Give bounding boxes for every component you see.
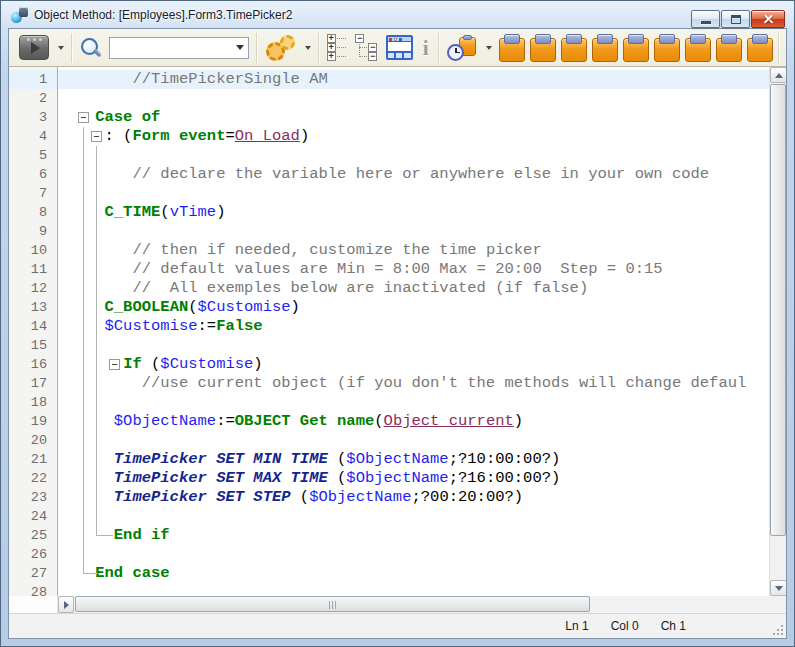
gears-dropdown-arrow-icon[interactable] bbox=[305, 46, 311, 50]
line-number: 14 bbox=[9, 317, 57, 336]
line-number: 7 bbox=[9, 184, 57, 203]
line-number: 8 bbox=[9, 203, 57, 222]
code-line[interactable] bbox=[58, 431, 769, 450]
line-number: 6 bbox=[9, 165, 57, 184]
code-line[interactable] bbox=[58, 507, 769, 526]
code-line-text: End if bbox=[58, 526, 170, 544]
code-line[interactable]: TimePicker SET MAX TIME ($ObjectName;?16… bbox=[58, 469, 769, 488]
search-combo-arrow-icon[interactable] bbox=[236, 45, 244, 50]
code-line[interactable]: TimePicker SET STEP ($ObjectName;?00:20:… bbox=[58, 488, 769, 507]
vertical-scroll-thumb[interactable] bbox=[770, 84, 786, 536]
code-view[interactable]: //TimePickerSingle AM Case of : (Form ev… bbox=[58, 67, 769, 596]
code-line[interactable]: // All exemples below are inactivated (i… bbox=[58, 279, 769, 298]
run-dropdown-arrow-icon[interactable] bbox=[58, 46, 64, 50]
line-number: 5 bbox=[9, 146, 57, 165]
code-line-text: // All exemples below are inactivated (i… bbox=[58, 279, 588, 297]
horizontal-scrollbar[interactable] bbox=[58, 596, 769, 613]
horizontal-scroll-thumb[interactable] bbox=[75, 596, 590, 612]
maximize-button[interactable] bbox=[721, 10, 750, 28]
toolbar-separator bbox=[438, 33, 440, 63]
code-line[interactable]: C_BOOLEAN($Customise) bbox=[58, 298, 769, 317]
code-line[interactable] bbox=[58, 583, 769, 596]
macro-clipboard-2[interactable] bbox=[530, 34, 554, 61]
code-line-text: //use current object (if you don't the m… bbox=[58, 374, 746, 392]
code-line[interactable]: // default values are Min = 8:00 Max = 2… bbox=[58, 260, 769, 279]
window-controls bbox=[691, 10, 785, 28]
code-line[interactable]: : (Form event=On Load) bbox=[58, 127, 769, 146]
method-properties-gears-icon[interactable] bbox=[265, 34, 296, 61]
macro-dropdown-arrow-icon[interactable] bbox=[486, 46, 492, 50]
macro-clock-button[interactable] bbox=[447, 34, 477, 62]
code-line[interactable]: $Customise:=False bbox=[58, 317, 769, 336]
line-number: 1 bbox=[9, 70, 57, 89]
macro-clipboard-8[interactable] bbox=[716, 34, 740, 61]
collapse-all-button[interactable] bbox=[355, 34, 379, 61]
status-column: Col 0 bbox=[611, 619, 639, 633]
scroll-right-button[interactable] bbox=[58, 596, 74, 613]
code-line[interactable]: // declare the variable here or anywhere… bbox=[58, 165, 769, 184]
titlebar[interactable]: Object Method: [Employees].Form3.TimePic… bbox=[2, 2, 793, 28]
search-combobox[interactable] bbox=[109, 37, 249, 59]
toolbar-separator bbox=[256, 33, 258, 63]
code-line[interactable]: //use current object (if you don't the m… bbox=[58, 374, 769, 393]
code-line[interactable]: If ($Customise) bbox=[58, 355, 769, 374]
code-line[interactable] bbox=[58, 184, 769, 203]
code-line[interactable] bbox=[58, 89, 769, 108]
code-line[interactable]: C_TIME(vTime) bbox=[58, 203, 769, 222]
macro-clipboard-9[interactable] bbox=[747, 34, 771, 61]
macro-clipboard-4[interactable] bbox=[592, 34, 616, 61]
code-line-text: TimePicker SET STEP ($ObjectName;?00:20:… bbox=[58, 488, 523, 506]
collapse-minus-icon bbox=[355, 34, 364, 43]
vertical-scrollbar[interactable] bbox=[769, 67, 786, 596]
code-line[interactable] bbox=[58, 336, 769, 355]
expand-all-button[interactable] bbox=[327, 34, 349, 61]
clipboard-clip-icon bbox=[463, 35, 472, 40]
line-number-gutter: 1234567891011121314151617181920212223242… bbox=[9, 67, 58, 596]
code-line[interactable]: End if bbox=[58, 526, 769, 545]
code-line[interactable]: //TimePickerSingle AM bbox=[58, 70, 769, 89]
code-line[interactable]: Case of bbox=[58, 108, 769, 127]
form-preview-button[interactable] bbox=[386, 35, 413, 60]
code-line[interactable] bbox=[58, 393, 769, 412]
code-line[interactable]: TimePicker SET MIN TIME ($ObjectName;?10… bbox=[58, 450, 769, 469]
code-line[interactable] bbox=[58, 545, 769, 564]
toolbar: i bbox=[9, 29, 786, 67]
clock-icon bbox=[447, 44, 464, 61]
close-button[interactable] bbox=[751, 10, 785, 28]
code-line[interactable]: $ObjectName:=OBJECT Get name(Object curr… bbox=[58, 412, 769, 431]
run-method-button[interactable] bbox=[19, 35, 49, 60]
macro-clipboard-6[interactable] bbox=[654, 34, 678, 61]
toolbar-separator bbox=[778, 33, 780, 63]
line-number: 15 bbox=[9, 336, 57, 355]
scroll-up-button[interactable] bbox=[770, 67, 786, 83]
macro-clipboard-7[interactable] bbox=[685, 34, 709, 61]
line-number: 17 bbox=[9, 374, 57, 393]
code-line[interactable] bbox=[58, 222, 769, 241]
code-line[interactable] bbox=[58, 146, 769, 165]
code-line-text: // then if needed, customize the time pi… bbox=[58, 241, 542, 259]
macro-clipboard-5[interactable] bbox=[623, 34, 647, 61]
search-input[interactable] bbox=[114, 40, 236, 56]
search-icon[interactable] bbox=[80, 36, 103, 60]
minimize-button[interactable] bbox=[691, 10, 720, 28]
code-line-text: TimePicker SET MIN TIME ($ObjectName;?10… bbox=[58, 450, 560, 468]
code-line[interactable]: End case bbox=[58, 564, 769, 583]
caret-position: Ln 1 Col 0 Ch 1 bbox=[565, 614, 686, 638]
line-number: 4 bbox=[9, 127, 57, 146]
line-number: 20 bbox=[9, 431, 57, 450]
scroll-down-button[interactable] bbox=[770, 580, 786, 596]
toolbar-separator bbox=[71, 33, 73, 63]
code-line[interactable]: // then if needed, customize the time pi… bbox=[58, 241, 769, 260]
fold-collapse-icon[interactable] bbox=[78, 112, 89, 123]
fold-collapse-icon[interactable] bbox=[109, 359, 120, 370]
information-button[interactable]: i bbox=[420, 36, 432, 60]
scrollbar-corner bbox=[769, 596, 786, 613]
macro-clipboard-3[interactable] bbox=[561, 34, 585, 61]
resize-grip[interactable] bbox=[771, 623, 783, 635]
line-number: 22 bbox=[9, 469, 57, 488]
macro-clipboard-1[interactable] bbox=[499, 34, 523, 61]
fold-collapse-icon[interactable] bbox=[91, 131, 102, 142]
line-number: 23 bbox=[9, 488, 57, 507]
client-area: i 12345678910111213141516171819202122232… bbox=[8, 28, 787, 639]
line-number: 12 bbox=[9, 279, 57, 298]
